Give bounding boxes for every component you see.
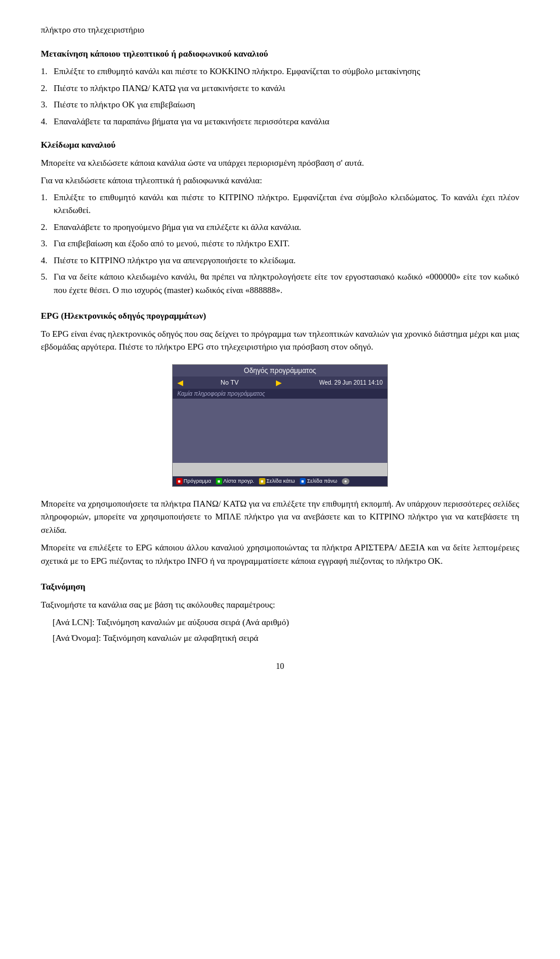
list-item: 5. Για να δείτε κάποιο κλειδωμένο κανάλι… — [41, 270, 519, 297]
epg-btn-circle: ● — [342, 478, 349, 484]
epg-btn-green: ■ Λίστα προγρ. — [216, 478, 254, 484]
step-number: 3. — [41, 98, 54, 111]
list-item: 1. Επιλέξτε το επιθυμητό κανάλι και πιέσ… — [41, 65, 519, 78]
epg-screen-title: Οδηγός προγράμματος — [244, 367, 316, 375]
step-number: 4. — [41, 254, 54, 267]
epg-bottom-bar: ■ Πρόγραμμα ■ Λίστα προγρ. ■ Σελίδα κάτω… — [173, 476, 387, 486]
sort-item1: [Ανά LCN]: Ταξινόμηση καναλιών με αύξουσ… — [52, 616, 519, 629]
epg-circle-badge: ● — [342, 478, 349, 484]
list-item: 2. Επαναλάβετε το προηγούμενο βήμα για ν… — [41, 221, 519, 234]
epg-right-arrow-icon: ▶ — [276, 378, 282, 387]
list-item: 4. Πιέστε το ΚΙΤΡΙΝΟ πλήκτρο για να απεν… — [41, 254, 519, 267]
epg-para2: Μπορείτε να επιλέξετε το EPG κάποιου άλλ… — [41, 541, 519, 567]
epg-yellow-badge: ■ — [259, 478, 265, 484]
list-item: 2. Πιέστε το πλήκτρο ΠΑΝΩ/ ΚΑΤΩ για να μ… — [41, 82, 519, 95]
epg-left-arrow-icon: ◀ — [177, 378, 183, 387]
epg-para1: Μπορείτε να χρησιμοποιήσετε τα πλήκτρα Π… — [41, 497, 519, 537]
epg-no-tv-label: No TV — [220, 379, 239, 386]
step-number: 2. — [41, 221, 54, 234]
epg-btn-blue: ■ Σελίδα πάνω — [300, 478, 337, 484]
list-item: 3. Πιέστε το πλήκτρο ΟΚ για επιβεβαίωση — [41, 98, 519, 111]
epg-btn-red: ■ Πρόγραμμα — [176, 478, 211, 484]
step-number: 5. — [41, 270, 54, 297]
epg-image-container: Οδηγός προγράμματος ◀ No TV ▶ Wed. 29 Ju… — [41, 364, 519, 487]
step-text: Πιέστε το πλήκτρο ΟΚ για επιβεβαίωση — [54, 98, 519, 111]
epg-btn-label4: Σελίδα πάνω — [307, 478, 337, 484]
step-number: 2. — [41, 82, 54, 95]
step-text: Για να δείτε κάποιο κλειδωμένο κανάλι, θ… — [54, 270, 519, 297]
sort-intro: Ταξινομήστε τα κανάλια σας με βάση τις α… — [41, 598, 519, 612]
epg-blue-badge: ■ — [300, 478, 306, 484]
step-number: 1. — [41, 65, 54, 78]
epg-nav-bar: ◀ No TV ▶ Wed. 29 Jun 2011 14:10 — [173, 376, 387, 389]
epg-green-badge: ■ — [216, 478, 222, 484]
epg-btn-label3: Σελίδα κάτω — [267, 478, 295, 484]
step-text: Επιλέξτε το επιθυμητό κανάλι και πιέστε … — [54, 65, 519, 78]
sort-title: Ταξινόμηση — [41, 580, 519, 594]
epg-btn-yellow: ■ Σελίδα κάτω — [259, 478, 295, 484]
epg-date-label: Wed. 29 Jun 2011 14:10 — [319, 379, 383, 386]
section1-title: Μετακίνηση κάποιου τηλεοπτικού ή ραδιοφω… — [41, 47, 519, 61]
step-text: Επαναλάβετε τα παραπάνω βήματα για να με… — [54, 115, 519, 128]
step-number: 3. — [41, 237, 54, 250]
main-content: πλήκτρο στο τηλεχειριστήριο Μετακίνηση κ… — [41, 23, 519, 671]
epg-title: EPG (Ηλεκτρονικός οδηγός προγραμμάτων) — [41, 309, 519, 323]
section2-intro: Μπορείτε να κλειδώσετε κάποια κανάλια ώσ… — [41, 156, 519, 170]
epg-btn-label2: Λίστα προγρ. — [223, 478, 254, 484]
step-number: 4. — [41, 115, 54, 128]
epg-intro: Το EPG είναι ένας ηλεκτρονικός οδηγός πο… — [41, 327, 519, 354]
page-number: 10 — [41, 662, 519, 671]
intro-text: πλήκτρο στο τηλεχειριστήριο — [41, 23, 519, 37]
list-item: 1. Επιλέξτε το επιθυμητό κανάλι και πιέσ… — [41, 191, 519, 217]
section2-title: Κλείδωμα καναλιού — [41, 138, 519, 152]
step-text: Επαναλάβετε το προηγούμενο βήμα για να ε… — [54, 221, 519, 234]
step-text: Επιλέξτε το επιθυμητό κανάλι και πιέστε … — [54, 191, 519, 217]
step-text: Πιέστε το πλήκτρο ΠΑΝΩ/ ΚΑΤΩ για να μετα… — [54, 82, 519, 95]
list-item: 3. Για επιβεβαίωση και έξοδο από το μενο… — [41, 237, 519, 250]
section2-subtitle: Για να κλειδώσετε κάποια τηλεοπτικά ή ρα… — [41, 174, 519, 187]
list-item: 4. Επαναλάβετε τα παραπάνω βήματα για να… — [41, 115, 519, 128]
step-number: 1. — [41, 191, 54, 217]
epg-btn-label1: Πρόγραμμα — [184, 478, 211, 484]
epg-info-bar: Καμία πληροφορία προγράμματος — [173, 389, 387, 399]
sort-item2: [Ανά Όνομα]: Ταξινόμηση καναλιών με αλφα… — [52, 632, 519, 645]
step-text: Για επιβεβαίωση και έξοδο από το μενού, … — [54, 237, 519, 250]
epg-title-bar: Οδηγός προγράμματος — [173, 365, 387, 376]
epg-screenshot: Οδηγός προγράμματος ◀ No TV ▶ Wed. 29 Ju… — [172, 364, 388, 487]
epg-red-badge: ■ — [176, 478, 183, 484]
epg-no-info-label: Καμία πληροφορία προγράμματος — [177, 390, 265, 397]
step-text: Πιέστε το ΚΙΤΡΙΝΟ πλήκτρο για να απενεργ… — [54, 254, 519, 267]
epg-main-area — [173, 399, 387, 463]
